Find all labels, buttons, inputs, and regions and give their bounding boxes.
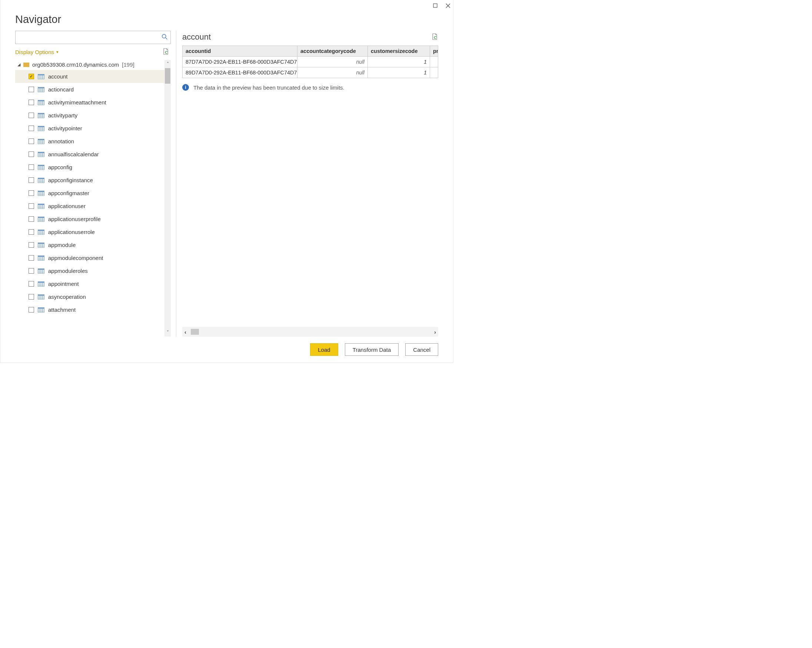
checkbox[interactable] xyxy=(29,268,34,274)
table-row[interactable]: 87D7A7D0-292A-EB11-BF68-000D3AFC74D7null… xyxy=(183,56,438,67)
table-icon xyxy=(38,100,44,105)
scroll-up-icon[interactable]: ˄ xyxy=(167,60,169,68)
tree-root[interactable]: ◢ org0b539308.crm10.dynamics.com [199] xyxy=(15,60,165,69)
footer: Load Transform Data Cancel xyxy=(0,337,453,363)
scroll-track[interactable] xyxy=(165,68,171,328)
tree-container: ◢ org0b539308.crm10.dynamics.com [199] ✓… xyxy=(15,60,171,337)
tree-item-label: applicationuserprofile xyxy=(48,216,101,222)
display-options-button[interactable]: Display Options ▾ xyxy=(15,49,58,55)
preview-header: account xyxy=(182,31,438,46)
col-accountcategorycode[interactable]: accountcategorycode xyxy=(298,46,368,56)
tree-item-appointment[interactable]: appointment xyxy=(15,277,165,290)
tree-item-label: actioncard xyxy=(48,86,74,93)
tree-item-activitymimeattachment[interactable]: activitymimeattachment xyxy=(15,96,165,109)
transform-data-button[interactable]: Transform Data xyxy=(345,343,399,356)
display-options-row: Display Options ▾ xyxy=(15,44,171,60)
table-icon xyxy=(38,139,44,144)
table-icon xyxy=(38,126,44,131)
tree-item-appconfiginstance[interactable]: appconfiginstance xyxy=(15,174,165,187)
entity-tree: ◢ org0b539308.crm10.dynamics.com [199] ✓… xyxy=(15,60,165,337)
info-message: The data in the preview has been truncat… xyxy=(193,84,345,91)
svg-rect-54 xyxy=(38,178,44,179)
checkbox[interactable] xyxy=(29,165,34,170)
tree-item-label: appconfiginstance xyxy=(48,177,93,183)
checkbox[interactable] xyxy=(29,100,34,105)
preview-horizontal-scrollbar[interactable]: ‹ › xyxy=(182,327,438,337)
checkbox[interactable] xyxy=(29,190,34,196)
collapse-icon: ◢ xyxy=(17,62,20,67)
search-input[interactable] xyxy=(15,34,159,40)
maximize-icon[interactable] xyxy=(432,3,438,9)
checkbox[interactable] xyxy=(29,203,34,209)
checkbox[interactable] xyxy=(29,87,34,92)
checkbox[interactable] xyxy=(29,139,34,144)
svg-rect-24 xyxy=(38,113,44,114)
checkbox[interactable] xyxy=(29,177,34,183)
svg-rect-90 xyxy=(38,256,44,257)
search-icon[interactable] xyxy=(159,34,170,41)
tree-scrollbar[interactable]: ˄ ˅ xyxy=(165,60,171,337)
body: Display Options ▾ ◢ xyxy=(0,31,453,337)
load-button[interactable]: Load xyxy=(310,343,338,356)
tree-item-appconfigmaster[interactable]: appconfigmaster xyxy=(15,187,165,200)
checkbox[interactable] xyxy=(29,255,34,261)
scroll-thumb[interactable] xyxy=(165,68,170,84)
checkbox[interactable] xyxy=(29,216,34,222)
tree-item-asyncoperation[interactable]: asyncoperation xyxy=(15,290,165,303)
tree-item-appmodule[interactable]: appmodule xyxy=(15,238,165,252)
table-row[interactable]: 89D7A7D0-292A-EB11-BF68-000D3AFC74D7null… xyxy=(183,67,438,78)
tree-item-applicationuser[interactable]: applicationuser xyxy=(15,200,165,212)
tree-item-appconfig[interactable]: appconfig xyxy=(15,161,165,174)
close-icon[interactable] xyxy=(445,3,451,9)
hscroll-thumb[interactable] xyxy=(191,329,199,335)
info-icon: i xyxy=(182,84,189,91)
tree-item-annotation[interactable]: annotation xyxy=(15,135,165,148)
refresh-doc-icon[interactable] xyxy=(163,48,169,56)
svg-rect-6 xyxy=(38,74,44,76)
table-icon xyxy=(38,256,44,261)
svg-rect-96 xyxy=(38,268,44,270)
preview-title: account xyxy=(182,32,211,42)
tree-item-label: activitypointer xyxy=(48,125,82,131)
tree-item-appmoduleroles[interactable]: appmoduleroles xyxy=(15,264,165,277)
tree-item-applicationuserrole[interactable]: applicationuserrole xyxy=(15,226,165,238)
left-panel: Display Options ▾ ◢ xyxy=(15,31,171,337)
tree-item-label: annualfiscalcalendar xyxy=(48,151,99,157)
navigator-window: Navigator Display Options ▾ xyxy=(0,0,453,363)
tree-item-attachment[interactable]: attachment xyxy=(15,303,165,316)
table-icon xyxy=(38,217,44,222)
tree-item-account[interactable]: ✓ account xyxy=(15,70,165,83)
tree-item-activityparty[interactable]: activityparty xyxy=(15,109,165,122)
preview-table: accountid accountcategorycode customersi… xyxy=(182,46,438,78)
svg-rect-102 xyxy=(38,281,44,283)
svg-line-4 xyxy=(166,38,167,39)
col-truncated[interactable]: pr xyxy=(430,46,438,56)
cancel-button[interactable]: Cancel xyxy=(405,343,438,356)
svg-rect-30 xyxy=(38,126,44,127)
tree-item-applicationuserprofile[interactable]: applicationuserprofile xyxy=(15,212,165,226)
refresh-preview-icon[interactable] xyxy=(432,33,438,41)
header: Navigator xyxy=(0,11,453,31)
checkbox[interactable] xyxy=(29,242,34,248)
svg-rect-108 xyxy=(38,294,44,296)
checkbox[interactable] xyxy=(29,281,34,287)
tree-item-label: attachment xyxy=(48,306,76,313)
checkbox[interactable] xyxy=(29,113,34,118)
scroll-down-icon[interactable]: ˅ xyxy=(167,328,169,337)
svg-point-3 xyxy=(162,34,166,38)
checkbox[interactable] xyxy=(29,151,34,157)
checkbox[interactable] xyxy=(29,125,34,131)
tree-item-activitypointer[interactable]: activitypointer xyxy=(15,122,165,135)
tree-item-actioncard[interactable]: actioncard xyxy=(15,83,165,96)
tree-item-annualfiscalcalendar[interactable]: annualfiscalcalendar xyxy=(15,148,165,161)
checkbox[interactable] xyxy=(29,294,34,300)
hscroll-right-icon[interactable]: › xyxy=(434,329,436,335)
checkbox[interactable] xyxy=(29,229,34,235)
svg-rect-18 xyxy=(38,100,44,101)
col-customersizecode[interactable]: customersizecode xyxy=(368,46,430,56)
col-accountid[interactable]: accountid xyxy=(183,46,298,56)
tree-item-label: appmodulecomponent xyxy=(48,255,103,261)
checkbox[interactable]: ✓ xyxy=(29,74,34,79)
tree-item-appmodulecomponent[interactable]: appmodulecomponent xyxy=(15,252,165,264)
checkbox[interactable] xyxy=(29,307,34,313)
